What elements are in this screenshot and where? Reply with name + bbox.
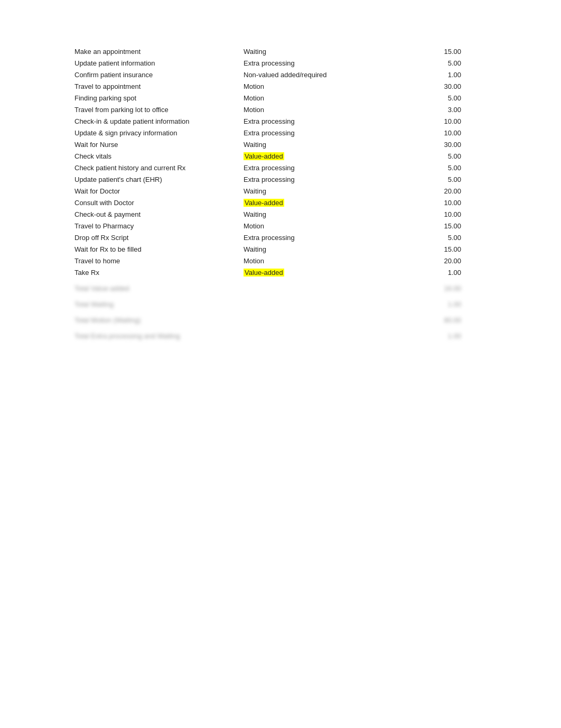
waste-cell: Extra processing: [244, 163, 370, 172]
activity-cell: Travel to Pharmacy: [74, 222, 244, 231]
blurred-section: Total Value-added16.00Total Waiting1.00T…: [74, 282, 487, 342]
time-cell: 30.00: [370, 82, 465, 91]
blurred-waste-cell: [244, 319, 370, 320]
table-header: [74, 32, 487, 43]
table-row: Travel to appointmentMotion30.00: [74, 80, 487, 92]
activity-cell: Travel to home: [74, 256, 244, 265]
blurred-activity-cell: Total Value-added: [74, 284, 244, 293]
table-row: Update patient's chart (EHR)Extra proces…: [74, 173, 487, 185]
time-cell: 30.00: [370, 140, 465, 149]
waste-cell: Waiting: [244, 245, 370, 254]
time-cell: 10.00: [370, 117, 465, 126]
waste-cell: Value-added: [244, 268, 370, 277]
table-row: Travel to PharmacyMotion15.00: [74, 220, 487, 232]
time-cell: 5.00: [370, 163, 465, 172]
activity-cell: Drop off Rx Script: [74, 233, 244, 242]
waste-cell: Motion: [244, 82, 370, 91]
blurred-activity-cell: Total Waiting: [74, 300, 244, 309]
time-cell: 5.00: [370, 59, 465, 68]
table-row: Check-out & paymentWaiting10.00: [74, 208, 487, 220]
blurred-activity-cell: Total Motion (Waiting): [74, 316, 244, 325]
waste-cell: Extra processing: [244, 128, 370, 137]
main-table: Make an appointmentWaiting15.00Update pa…: [74, 32, 487, 342]
time-cell: 15.00: [370, 245, 465, 254]
blurred-row: Total Waiting1.00: [74, 298, 487, 310]
time-cell: 10.00: [370, 198, 465, 207]
activity-cell: Update & sign privacy information: [74, 128, 244, 137]
activity-cell: Check patient history and current Rx: [74, 163, 244, 172]
waste-cell: Extra processing: [244, 233, 370, 242]
table-row: Confirm patient insuranceNon-valued adde…: [74, 69, 487, 80]
activity-cell: Consult with Doctor: [74, 198, 244, 207]
table-row: Wait for DoctorWaiting20.00: [74, 185, 487, 197]
activity-cell: Wait for Nurse: [74, 140, 244, 149]
table-row: Make an appointmentWaiting15.00: [74, 45, 487, 57]
time-cell: 5.00: [370, 94, 465, 103]
activity-cell: Confirm patient insurance: [74, 70, 244, 79]
waste-cell: Value-added: [244, 152, 370, 161]
time-cell: 1.00: [370, 70, 465, 79]
time-cell: 20.00: [370, 187, 465, 196]
activity-cell: Travel from parking lot to office: [74, 105, 244, 114]
activity-cell: Wait for Rx to be filled: [74, 245, 244, 254]
header-time: [370, 37, 465, 38]
time-cell: 5.00: [370, 175, 465, 184]
activity-cell: Check vitals: [74, 152, 244, 161]
waste-cell: Motion: [244, 105, 370, 114]
blurred-activity-cell: Total Extra processing and Waiting: [74, 331, 244, 340]
waste-cell: Value-added: [244, 198, 370, 207]
waste-cell: Motion: [244, 256, 370, 265]
blurred-time-cell: 1.00: [370, 300, 465, 309]
blurred-time-cell: 16.00: [370, 284, 465, 293]
table-row: Finding parking spotMotion5.00: [74, 92, 487, 104]
blurred-row: Total Value-added16.00: [74, 282, 487, 294]
waste-cell: Waiting: [244, 210, 370, 219]
table-row: Take RxValue-added1.00: [74, 266, 487, 278]
time-cell: 20.00: [370, 256, 465, 265]
waste-cell: Waiting: [244, 187, 370, 196]
blurred-time-cell: 1.00: [370, 331, 465, 340]
table-row: Drop off Rx ScriptExtra processing5.00: [74, 232, 487, 243]
time-cell: 10.00: [370, 128, 465, 137]
time-cell: 1.00: [370, 268, 465, 277]
waste-cell: Extra processing: [244, 175, 370, 184]
header-activity: [74, 37, 244, 38]
activity-cell: Update patient information: [74, 59, 244, 68]
table-row: Check-in & update patient informationExt…: [74, 115, 487, 127]
activity-cell: Wait for Doctor: [74, 187, 244, 196]
waste-cell: Motion: [244, 94, 370, 103]
time-cell: 3.00: [370, 105, 465, 114]
activity-cell: Check-out & payment: [74, 210, 244, 219]
blurred-time-cell: 80.00: [370, 316, 465, 325]
table-body: Make an appointmentWaiting15.00Update pa…: [74, 45, 487, 278]
table-row: Travel to homeMotion20.00: [74, 255, 487, 266]
table-row: Update patient informationExtra processi…: [74, 57, 487, 69]
time-cell: 5.00: [370, 152, 465, 161]
table-row: Wait for NurseWaiting30.00: [74, 139, 487, 150]
waste-cell: Extra processing: [244, 59, 370, 68]
activity-cell: Travel to appointment: [74, 82, 244, 91]
waste-cell: Waiting: [244, 140, 370, 149]
activity-cell: Take Rx: [74, 268, 244, 277]
time-cell: 10.00: [370, 210, 465, 219]
blurred-waste-cell: [244, 335, 370, 336]
header-waste: [244, 37, 370, 38]
activity-cell: Update patient's chart (EHR): [74, 175, 244, 184]
blurred-waste-cell: [244, 288, 370, 289]
table-row: Travel from parking lot to officeMotion3…: [74, 104, 487, 115]
table-row: Consult with DoctorValue-added10.00: [74, 197, 487, 208]
waste-cell: Motion: [244, 222, 370, 231]
activity-cell: Finding parking spot: [74, 94, 244, 103]
table-row: Check vitalsValue-added5.00: [74, 150, 487, 162]
waste-cell: Non-valued added/required: [244, 70, 370, 79]
table-row: Update & sign privacy informationExtra p…: [74, 127, 487, 139]
table-row: Check patient history and current RxExtr…: [74, 162, 487, 173]
time-cell: 5.00: [370, 233, 465, 242]
activity-cell: Make an appointment: [74, 47, 244, 56]
waste-cell: Waiting: [244, 47, 370, 56]
activity-cell: Check-in & update patient information: [74, 117, 244, 126]
time-cell: 15.00: [370, 47, 465, 56]
blurred-waste-cell: [244, 303, 370, 305]
blurred-row: Total Motion (Waiting)80.00: [74, 314, 487, 326]
waste-cell: Extra processing: [244, 117, 370, 126]
